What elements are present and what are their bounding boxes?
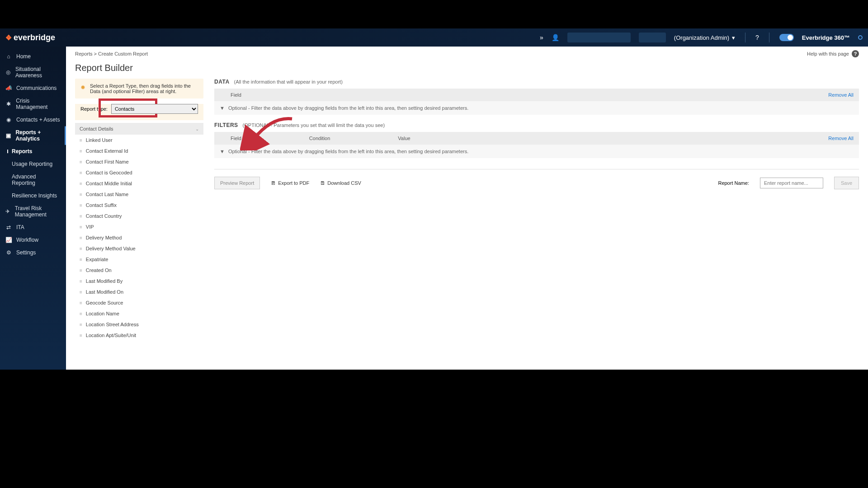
- field-item[interactable]: ≡Last Modified By: [75, 276, 203, 286]
- data-grid-header: Field Remove All: [214, 89, 859, 101]
- help-icon: ?: [852, 50, 859, 57]
- drag-icon: ≡: [80, 225, 81, 230]
- field-label: Location Street Address: [86, 322, 139, 327]
- data-section-title: DATA: [214, 79, 230, 85]
- reports-icon: ▣: [5, 132, 11, 139]
- field-item[interactable]: ≡Contact Last Name: [75, 189, 203, 200]
- expand-icon[interactable]: »: [540, 34, 543, 41]
- sidebar-item-communications[interactable]: 📣Communications: [0, 82, 66, 94]
- field-item[interactable]: ≡Last Modified On: [75, 286, 203, 297]
- topbar: ❖ everbridge » 👤 (Organization Admin) ▾ …: [0, 28, 868, 47]
- brand-logo[interactable]: ❖ everbridge: [5, 33, 55, 42]
- sidebar-sub-usage[interactable]: Usage Reporting: [6, 158, 66, 170]
- main-content: Reports > Create Custom Report Help with…: [66, 47, 868, 370]
- sidebar-sub-reports[interactable]: Reports: [6, 145, 66, 158]
- field-item[interactable]: ≡Contact First Name: [75, 156, 203, 167]
- topbar-right: » 👤 (Organization Admin) ▾ ? Everbridge …: [540, 33, 863, 42]
- field-item[interactable]: ≡Contact is Geocoded: [75, 167, 203, 178]
- sidebar-sub-resilience[interactable]: Resilience Insights: [6, 189, 66, 202]
- drag-icon: ≡: [80, 333, 81, 338]
- preview-button[interactable]: Preview Report: [214, 177, 260, 189]
- sidebar-item-crisis[interactable]: ✱Crisis Management: [0, 94, 66, 113]
- redacted-badge: [639, 33, 666, 42]
- field-group-header[interactable]: Contact Details ⌄: [75, 123, 203, 135]
- field-item[interactable]: ≡Delivery Method Value: [75, 243, 203, 254]
- export-pdf-link[interactable]: 🖹Export to PDF: [271, 180, 309, 186]
- col-field: Field: [231, 136, 241, 141]
- field-item[interactable]: ≡Geocode Source: [75, 297, 203, 308]
- filter-icon: ▼: [220, 105, 225, 111]
- field-item[interactable]: ≡Linked User: [75, 135, 203, 145]
- sidebar-item-home[interactable]: ⌂Home: [0, 50, 66, 63]
- role-label: (Organization Admin): [674, 34, 729, 41]
- field-item[interactable]: ≡Created On: [75, 265, 203, 276]
- download-csv-link[interactable]: 🖺Download CSV: [320, 180, 361, 186]
- sidebar-item-reports-analytics[interactable]: ▣Reports + Analytics: [0, 126, 66, 145]
- plane-icon: ✈: [5, 208, 10, 215]
- eb360-toggle[interactable]: [779, 34, 794, 41]
- field-label: Contact Middle Initial: [86, 181, 132, 186]
- sidebar-sub-advanced[interactable]: Advanced Reporting: [6, 170, 66, 189]
- field-item[interactable]: ≡Delivery Method: [75, 232, 203, 243]
- user-icon[interactable]: 👤: [552, 34, 559, 41]
- awareness-icon: ◎: [5, 69, 11, 75]
- drag-icon: ≡: [80, 203, 81, 208]
- field-group-label: Contact Details: [80, 126, 113, 131]
- sidebar-item-situational[interactable]: ◎Situational Awareness: [0, 63, 66, 82]
- field-label: Contact Last Name: [86, 192, 128, 197]
- data-remove-all[interactable]: Remove All: [828, 92, 854, 98]
- field-item[interactable]: ≡Contact Suffix: [75, 200, 203, 211]
- report-type-select[interactable]: Contacts: [111, 104, 198, 114]
- pdf-icon: 🖹: [271, 180, 276, 186]
- field-list: ≡Linked User≡Contact External Id≡Contact…: [75, 135, 203, 370]
- breadcrumb-row: Reports > Create Custom Report Help with…: [66, 47, 868, 61]
- sidebar-item-settings[interactable]: ⚙Settings: [0, 246, 66, 259]
- field-item[interactable]: ≡Location Apt/Suite/Unit: [75, 330, 203, 341]
- sidebar-item-label: Reports + Analytics: [15, 129, 61, 142]
- data-drop-zone[interactable]: ▼ Optional - Filter the data above by dr…: [214, 101, 859, 115]
- filters-section-subtitle: (OPTIONAL - Parameters you set that will…: [243, 122, 385, 128]
- letterbox-top: [0, 0, 868, 28]
- filters-drop-zone[interactable]: ▼ Optional - Filter the data above by dr…: [214, 145, 859, 158]
- sidebar-item-label: Travel Risk Management: [15, 205, 61, 218]
- filter-icon: ▼: [220, 149, 225, 154]
- field-item[interactable]: ≡Contact Middle Initial: [75, 178, 203, 189]
- report-name-input[interactable]: [760, 178, 823, 188]
- drag-icon: ≡: [80, 322, 81, 327]
- filters-remove-all[interactable]: Remove All: [828, 136, 854, 141]
- sidebar-item-workflow[interactable]: 📈Workflow: [0, 234, 66, 246]
- sidebar-submenu: Reports Usage Reporting Advanced Reporti…: [0, 145, 66, 202]
- app-window: ❖ everbridge » 👤 (Organization Admin) ▾ …: [0, 28, 868, 370]
- field-item[interactable]: ≡Location Street Address: [75, 319, 203, 330]
- help-icon[interactable]: ?: [755, 34, 759, 41]
- sidebar-item-ita[interactable]: ⇄ITA: [0, 221, 66, 234]
- breadcrumb-sep: >: [94, 51, 98, 56]
- help-link[interactable]: Help with this page ?: [807, 50, 859, 57]
- field-item[interactable]: ≡Contact Country: [75, 211, 203, 221]
- sidebar-item-travel[interactable]: ✈Travel Risk Management: [0, 202, 66, 221]
- save-button[interactable]: Save: [834, 177, 859, 189]
- breadcrumb: Reports > Create Custom Report: [75, 51, 148, 56]
- field-item[interactable]: ≡Location Name: [75, 308, 203, 319]
- hint-text: Select a Report Type, then drag fields i…: [90, 83, 198, 94]
- sidebar-item-label: Crisis Management: [16, 98, 61, 110]
- col-field: Field: [231, 92, 241, 98]
- drag-icon: ≡: [80, 257, 81, 262]
- report-type-row: Report type: Contacts: [75, 104, 203, 120]
- csv-icon: 🖺: [320, 180, 325, 186]
- field-label: Location Name: [86, 311, 119, 316]
- breadcrumb-root[interactable]: Reports: [75, 51, 93, 56]
- field-label: Expatriate: [86, 257, 108, 262]
- field-label: Contact Suffix: [86, 202, 117, 208]
- field-item[interactable]: ≡Contact External Id: [75, 145, 203, 156]
- field-label: Delivery Method Value: [86, 246, 136, 251]
- filters-grid-header: Field Condition Value Remove All: [214, 132, 859, 145]
- drag-icon: ≡: [80, 246, 81, 251]
- hint-box: ✹ Select a Report Type, then drag fields…: [75, 79, 203, 99]
- field-item[interactable]: ≡Expatriate: [75, 254, 203, 265]
- role-dropdown[interactable]: (Organization Admin) ▾: [674, 34, 735, 41]
- field-label: Geocode Source: [86, 300, 123, 305]
- field-item[interactable]: ≡VIP: [75, 221, 203, 232]
- status-icon[interactable]: [858, 35, 863, 40]
- sidebar-item-contacts[interactable]: ◉Contacts + Assets: [0, 113, 66, 126]
